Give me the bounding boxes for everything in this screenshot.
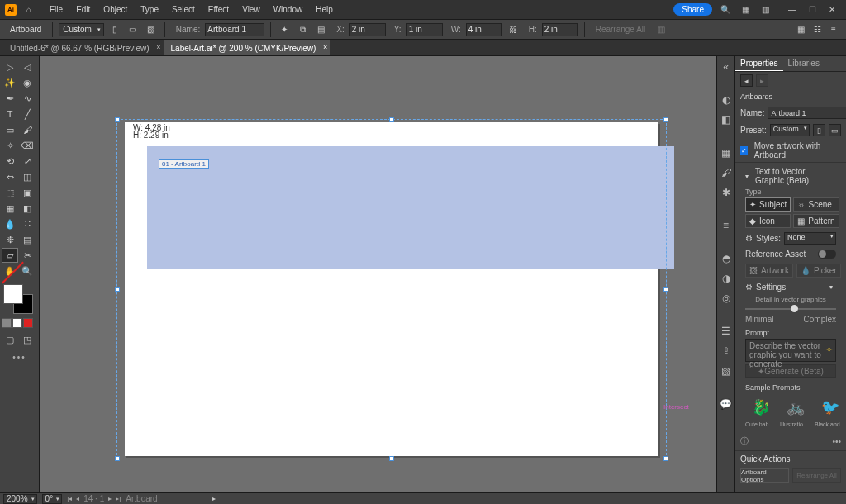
canvas[interactable]: W: 4.28 inH: 2.29 in 01 - Artboard 1 Int… bbox=[40, 56, 716, 492]
artboard-bounding-box[interactable] bbox=[116, 119, 667, 459]
reference-point-icon[interactable]: ✦ bbox=[277, 22, 292, 37]
window-maximize-icon[interactable]: ☐ bbox=[803, 3, 821, 17]
lasso-tool-icon[interactable]: ◉ bbox=[19, 75, 36, 90]
color-swatches[interactable] bbox=[2, 284, 35, 314]
direct-selection-tool-icon[interactable]: ◁ bbox=[19, 59, 36, 74]
magic-wand-tool-icon[interactable]: ✨ bbox=[2, 75, 18, 90]
mesh-tool-icon[interactable]: ▦ bbox=[2, 201, 18, 216]
workspace-icon[interactable]: ▥ bbox=[758, 3, 772, 17]
paintbrush-tool-icon[interactable]: 🖌 bbox=[19, 122, 36, 137]
artboard-options-button[interactable]: Artboard Options bbox=[740, 468, 789, 483]
zoom-select[interactable]: 200% bbox=[3, 494, 37, 504]
appearance-panel-icon[interactable]: ◎ bbox=[719, 291, 734, 306]
w-input[interactable] bbox=[466, 23, 502, 36]
layers-panel-icon[interactable]: ☰ bbox=[719, 324, 734, 339]
chevron-down-icon[interactable]: ▾ bbox=[745, 173, 749, 180]
info-icon[interactable]: ⓘ bbox=[740, 435, 749, 447]
home-icon[interactable]: ⌂ bbox=[23, 4, 35, 16]
scale-tool-icon[interactable]: ⤢ bbox=[19, 154, 36, 169]
stroke-panel-icon[interactable]: ≡ bbox=[719, 218, 734, 233]
color-panel-icon[interactable]: ◐ bbox=[719, 93, 734, 107]
shape-builder-tool-icon[interactable]: ⬚ bbox=[2, 185, 18, 200]
panel-menu-icon[interactable]: ≡ bbox=[826, 22, 841, 37]
x-input[interactable] bbox=[349, 23, 386, 36]
blend-tool-icon[interactable]: ∷ bbox=[19, 216, 36, 231]
transform-icon[interactable]: ☷ bbox=[810, 22, 825, 37]
screen-mode-icon[interactable]: ▢ bbox=[2, 332, 18, 347]
artboards-panel-icon[interactable]: ▧ bbox=[719, 364, 734, 378]
close-icon[interactable]: × bbox=[323, 43, 327, 51]
orientation-landscape-icon[interactable]: ▭ bbox=[126, 22, 140, 37]
edit-toolbar-icon[interactable]: ••• bbox=[2, 353, 37, 362]
auto-prompt-icon[interactable]: ✧ bbox=[825, 345, 833, 355]
asset-export-panel-icon[interactable]: ⇪ bbox=[719, 344, 734, 359]
swatches-panel-icon[interactable]: ▦ bbox=[719, 145, 734, 160]
gradient-tool-icon[interactable]: ◧ bbox=[19, 201, 36, 216]
draw-mode-icon[interactable]: ◳ bbox=[19, 332, 36, 347]
selection-tool-icon[interactable]: ▷ bbox=[2, 59, 18, 74]
artboard-label-box[interactable]: 01 - Artboard 1 bbox=[159, 159, 209, 169]
eraser-tool-icon[interactable]: ⌫ bbox=[19, 138, 36, 153]
color-mode-icons[interactable] bbox=[2, 318, 37, 328]
menu-help[interactable]: Help bbox=[309, 0, 340, 20]
pen-tool-icon[interactable]: ✒ bbox=[2, 91, 18, 106]
window-close-icon[interactable]: ✕ bbox=[823, 3, 841, 17]
artboard-options-icon[interactable]: ▤ bbox=[313, 22, 328, 37]
detail-slider[interactable] bbox=[745, 308, 836, 310]
window-minimize-icon[interactable]: — bbox=[783, 3, 801, 17]
type-scene-button[interactable]: ☼Scene bbox=[793, 197, 839, 212]
reference-asset-toggle[interactable] bbox=[818, 250, 836, 259]
close-icon[interactable]: × bbox=[156, 43, 160, 51]
more-icon[interactable]: ••• bbox=[832, 437, 841, 446]
type-subject-button[interactable]: ✦Subject bbox=[745, 197, 791, 212]
orientation-portrait-icon[interactable]: ▯ bbox=[813, 124, 825, 136]
share-button[interactable]: Share bbox=[673, 3, 712, 16]
search-icon[interactable]: 🔍 bbox=[719, 3, 732, 17]
menu-type[interactable]: Type bbox=[134, 0, 165, 20]
graph-tool-icon[interactable]: ▤ bbox=[19, 232, 36, 247]
sample-prompt-2[interactable]: 🚲Illustration of a... bbox=[780, 395, 811, 427]
h-input[interactable] bbox=[542, 23, 578, 36]
back-icon[interactable]: ◂ bbox=[740, 74, 753, 87]
orientation-portrait-icon[interactable]: ▯ bbox=[107, 22, 122, 37]
y-input[interactable] bbox=[406, 23, 443, 36]
gradient-panel-icon[interactable]: ◓ bbox=[719, 251, 734, 266]
panel-preset-select[interactable]: Custom bbox=[770, 124, 810, 136]
chevron-down-icon[interactable]: ▾ bbox=[829, 283, 833, 291]
preset-select[interactable]: Custom bbox=[59, 23, 103, 36]
brushes-panel-icon[interactable]: 🖌 bbox=[719, 165, 734, 180]
settings-label[interactable]: Settings bbox=[756, 283, 786, 292]
menu-select[interactable]: Select bbox=[165, 0, 202, 20]
artboard-name-input[interactable] bbox=[205, 23, 264, 36]
styles-select[interactable]: None bbox=[784, 232, 836, 245]
type-icon-button[interactable]: ◆Icon bbox=[745, 214, 791, 228]
new-artboard-icon[interactable]: ▧ bbox=[144, 22, 159, 37]
sample-prompt-3[interactable]: 🐦Black and white... bbox=[815, 395, 846, 427]
link-wh-icon[interactable]: ⛓ bbox=[506, 22, 520, 37]
comments-panel-icon[interactable]: 💬 bbox=[719, 397, 734, 411]
type-tool-icon[interactable]: T bbox=[2, 107, 18, 121]
first-artboard-icon[interactable]: |◂ bbox=[67, 495, 72, 502]
free-transform-tool-icon[interactable]: ◫ bbox=[19, 169, 36, 184]
next-artboard-icon[interactable]: ▸ bbox=[108, 495, 112, 502]
rotate-select[interactable]: 0° bbox=[42, 494, 63, 504]
perspective-tool-icon[interactable]: ▣ bbox=[19, 185, 36, 200]
menu-effect[interactable]: Effect bbox=[202, 0, 235, 20]
tab-properties[interactable]: Properties bbox=[735, 56, 783, 71]
width-tool-icon[interactable]: ⇔ bbox=[2, 169, 18, 184]
prev-artboard-icon[interactable]: ◂ bbox=[76, 495, 79, 502]
color-guide-panel-icon[interactable]: ◧ bbox=[719, 112, 734, 127]
curvature-tool-icon[interactable]: ∿ bbox=[19, 91, 36, 106]
prompt-textarea[interactable]: Describe the vector graphic you want to … bbox=[745, 339, 836, 362]
move-with-art-icon[interactable]: ⧉ bbox=[295, 22, 310, 37]
symbol-sprayer-tool-icon[interactable]: ❉ bbox=[2, 232, 18, 247]
menu-view[interactable]: View bbox=[235, 0, 267, 20]
artboard-tool-icon[interactable]: ▱ bbox=[2, 248, 18, 263]
menu-file[interactable]: File bbox=[43, 0, 69, 20]
tab-label-art[interactable]: Label-Art.ai* @ 200 % (CMYK/Preview)× bbox=[164, 40, 331, 55]
panel-name-input[interactable] bbox=[768, 107, 846, 119]
move-artwork-checkbox[interactable]: ✓ bbox=[740, 146, 748, 155]
symbols-panel-icon[interactable]: ✱ bbox=[719, 185, 734, 200]
slice-tool-icon[interactable]: ✂ bbox=[19, 248, 36, 263]
tab-untitled[interactable]: Untitled-6* @ 66.67 % (RGB/Preview)× bbox=[3, 40, 164, 55]
